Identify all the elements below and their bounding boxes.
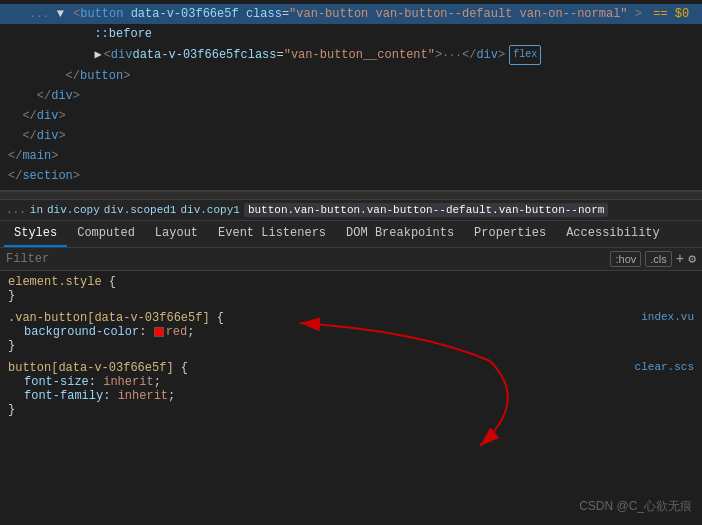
tab-layout[interactable]: Layout [145,221,208,247]
dom-line-7[interactable]: </div> [0,126,702,146]
settings-icon[interactable]: ⚙ [688,251,696,267]
css-panel: element.style { } .van-button[data-v-03f… [0,271,702,525]
breadcrumb-divcopy[interactable]: div.copy [47,204,100,216]
css-rule-element-style: element.style { } [8,275,694,303]
css-rule-close-2: } [8,339,694,353]
flex-badge[interactable]: flex [509,45,541,65]
css-property-fontfamily: font-family [24,389,103,403]
css-rule-close: } [8,289,694,303]
css-section: element.style { } .van-button[data-v-03f… [0,271,702,525]
attr-name: data-v-03f66e5f [131,7,239,21]
css-value-fontsize: inherit [103,375,153,389]
css-value-fontfamily: inherit [118,389,168,403]
breadcrumb-in[interactable]: in [30,204,43,216]
dom-line-5[interactable]: </div> [0,86,702,106]
css-property-line-3: font-family: inherit; [24,389,694,403]
expand-arrow-2[interactable]: ▶ [94,46,101,64]
css-selector-line-2: .van-button[data-v-03f66e5f] { index.vu [8,311,694,325]
tab-accessibility[interactable]: Accessibility [556,221,670,247]
dom-line-8[interactable]: </main> [0,146,702,166]
breadcrumb-divcopy1[interactable]: div.copy1 [180,204,239,216]
css-property-line-1: background-color: red; [24,325,694,339]
dom-content: ▼ <button data-v-03f66e5f class="van-but… [49,5,689,23]
css-rule-van-button: .van-button[data-v-03f66e5f] { index.vu … [8,311,694,353]
css-source-2[interactable]: clear.scs [635,361,694,373]
css-selector-line-3: button[data-v-03f66e5f] { clear.scs [8,361,694,375]
css-property-line-2: font-size: inherit; [24,375,694,389]
plus-icon[interactable]: + [676,251,684,267]
dom-tree: ... ▼ <button data-v-03f66e5f class="van… [0,0,702,191]
attr-class: class [246,7,282,21]
css-selector: element.style [8,275,109,289]
devtools-panel: ... ▼ <button data-v-03f66e5f class="van… [0,0,702,525]
tab-properties[interactable]: Properties [464,221,556,247]
breadcrumb: ... in div.copy div.scoped1 div.copy1 bu… [0,199,702,221]
dom-line-1[interactable]: ... ▼ <button data-v-03f66e5f class="van… [0,4,702,24]
css-property-bg: background-color [24,325,139,339]
dom-line-9[interactable]: </section> [0,166,702,186]
watermark: CSDN @C_心欲无痕 [579,498,692,515]
dotdot: ... [30,5,50,23]
tab-event-listeners[interactable]: Event Listeners [208,221,336,247]
css-selector-line: element.style { [8,275,694,289]
indent-space [8,5,30,23]
css-selector-2: .van-button[data-v-03f66e5f] [8,311,210,325]
hov-button[interactable]: :hov [610,251,641,267]
dom-line-3[interactable]: ▶ <div data-v-03f66e5f class="van-button… [0,44,702,66]
attr-value: "van-button van-button--default van-on--… [289,7,627,21]
breadcrumb-dots: ... [6,204,26,216]
css-selector-3: button[data-v-03f66e5f] [8,361,174,375]
tag-name: button [80,7,123,21]
pseudo-before: ::before [94,25,152,43]
breadcrumb-divscoped1[interactable]: div.scoped1 [104,204,177,216]
dom-line-4[interactable]: </button> [0,66,702,86]
horizontal-scrollbar[interactable] [0,191,702,199]
color-swatch-red[interactable] [154,327,164,337]
css-property-fontsize: font-size [24,375,89,389]
breadcrumb-button[interactable]: button.van-button.van-button--default.va… [244,203,608,217]
tabs-bar: Styles Computed Layout Event Listeners D… [0,221,702,248]
tag-close-bracket: > [635,7,642,21]
tab-dom-breakpoints[interactable]: DOM Breakpoints [336,221,464,247]
expand-arrow[interactable]: ▼ [57,7,64,21]
css-source-1[interactable]: index.vu [641,311,694,323]
filter-bar: :hov .cls + ⚙ [0,248,702,271]
filter-input[interactable] [6,252,606,266]
css-value-red: red [166,325,188,339]
filter-buttons: :hov .cls + ⚙ [610,251,696,267]
css-rule-close-3: } [8,403,694,417]
tab-computed[interactable]: Computed [67,221,145,247]
cls-button[interactable]: .cls [645,251,672,267]
dom-line-2[interactable]: ::before [0,24,702,44]
css-rule-button: button[data-v-03f66e5f] { clear.scs font… [8,361,694,417]
dom-line-6[interactable]: </div> [0,106,702,126]
dollar-zero: == $0 [653,7,689,21]
tab-styles[interactable]: Styles [4,221,67,247]
